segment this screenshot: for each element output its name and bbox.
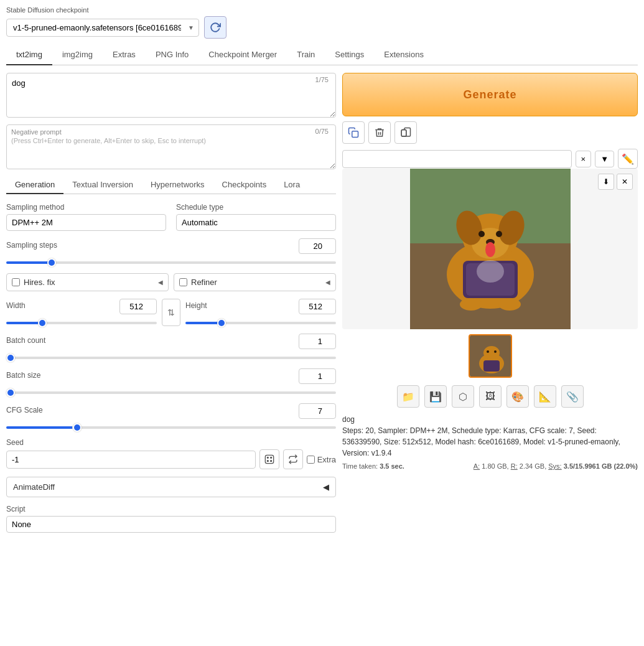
cfg-scale-slider[interactable] (6, 426, 336, 429)
animate-diff-label: AnimateDiff (13, 482, 55, 492)
close-image-button[interactable]: ✕ (617, 174, 633, 190)
tab-train[interactable]: Train (287, 45, 325, 65)
sampling-steps-input[interactable] (299, 238, 336, 254)
seed-dice-button[interactable] (259, 449, 279, 469)
zip-button[interactable]: 📎 (561, 385, 584, 408)
height-input[interactable] (299, 299, 336, 314)
send-to-inpaint-button[interactable]: 🎨 (506, 385, 529, 408)
script-label: Script (6, 505, 336, 513)
batch-size-label: Batch size (6, 371, 40, 380)
batch-count-input[interactable] (299, 334, 336, 349)
svg-rect-7 (401, 130, 406, 137)
output-timing: Time taken: 3.5 sec. (342, 462, 404, 470)
mem-label-sys: Sys: (548, 462, 561, 470)
mem-label-a: A: (474, 462, 480, 470)
clipboard-icon-button[interactable] (394, 121, 417, 144)
tab-checkpoint-merger[interactable]: Checkpoint Merger (198, 45, 287, 65)
seed-recycle-button[interactable] (283, 449, 303, 469)
svg-rect-30 (483, 360, 500, 372)
tab-settings[interactable]: Settings (325, 45, 374, 65)
svg-point-4 (270, 461, 271, 462)
svg-rect-0 (265, 455, 273, 463)
open-folder-button[interactable]: 📁 (397, 385, 419, 408)
schedule-type-select[interactable]: Automatic (176, 214, 336, 231)
interrogate-button[interactable]: 📐 (534, 385, 556, 408)
refiner-button[interactable]: Refiner ◀ (174, 273, 336, 291)
svg-point-27 (483, 346, 500, 360)
style-clear-button[interactable]: × (576, 151, 592, 167)
timing-label: Time taken: (342, 462, 378, 470)
output-image (410, 169, 571, 329)
output-memory: A: 1.80 GB, R: 2.34 GB, Sys: 3.5/15.9961… (474, 462, 638, 470)
negative-prompt-label: Negative prompt (11, 128, 206, 136)
hires-fix-button[interactable]: Hires. fix ◀ (6, 273, 169, 291)
style-dropdown-button[interactable]: ▼ (595, 151, 614, 167)
prompt-input[interactable]: dog (6, 73, 336, 118)
sub-tab-hypernetworks[interactable]: Hypernetworks (142, 176, 213, 194)
height-label: Height (185, 301, 207, 310)
checkpoint-select[interactable]: v1-5-pruned-emaonly.safetensors [6ce0161… (6, 19, 199, 37)
send-to-extras-button[interactable]: ⬡ (452, 385, 474, 408)
svg-point-24 (477, 260, 504, 283)
animate-diff-section[interactable]: AnimateDiff ◀ (6, 477, 336, 497)
svg-point-16 (478, 231, 485, 237)
tab-txt2img[interactable]: txt2img (6, 45, 52, 65)
negative-prompt-container: Negative prompt (Press Ctrl+Enter to gen… (6, 124, 336, 171)
svg-point-1 (267, 457, 268, 458)
svg-point-22 (460, 298, 482, 311)
trash-icon-button[interactable] (368, 121, 391, 144)
batch-size-slider[interactable] (6, 391, 336, 394)
height-slider[interactable] (185, 322, 336, 324)
image-action-buttons: ⬇ ✕ (598, 174, 633, 190)
sampling-method-select[interactable]: DPM++ 2M (6, 214, 166, 231)
sampling-steps-slider[interactable] (6, 261, 336, 264)
width-input[interactable] (119, 299, 157, 314)
svg-point-29 (494, 350, 497, 353)
sub-tab-lora[interactable]: Lora (275, 176, 309, 194)
hires-collapse-arrow: ◀ (158, 279, 163, 286)
batch-count-slider[interactable] (6, 357, 336, 359)
extra-checkbox[interactable] (307, 456, 315, 464)
animate-diff-arrow: ◀ (323, 482, 329, 492)
send-to-img2img-button[interactable]: 🖼 (479, 385, 502, 408)
svg-point-3 (267, 461, 268, 462)
checkpoint-label: Stable Diffusion checkpoint (6, 6, 638, 14)
tab-extras[interactable]: Extras (103, 45, 146, 65)
mem-value-r: 2.34 GB (520, 462, 544, 470)
tab-extensions[interactable]: Extensions (374, 45, 434, 65)
batch-size-input[interactable] (299, 368, 336, 384)
tab-img2img[interactable]: img2img (52, 45, 103, 65)
thumbnail-item[interactable] (469, 334, 512, 378)
sub-tab-textual-inversion[interactable]: Textual Inversion (63, 176, 142, 194)
style-edit-button[interactable]: ✏️ (618, 149, 638, 169)
width-slider[interactable] (6, 322, 157, 324)
mem-value-sys: 3.5/15.9961 GB (22.0%) (564, 462, 638, 470)
tab-png-info[interactable]: PNG Info (146, 45, 198, 65)
refresh-checkpoint-button[interactable] (204, 16, 226, 39)
thumbnail-row (342, 334, 638, 378)
refiner-checkbox[interactable] (179, 278, 187, 286)
seed-input[interactable] (6, 451, 256, 469)
script-select[interactable]: None (6, 516, 336, 533)
output-info: dog Steps: 20, Sampler: DPM++ 2M, Schedu… (342, 414, 638, 459)
output-tools: 📁 💾 ⬡ 🖼 🎨 📐 📎 (342, 385, 638, 408)
paste-icon-button[interactable] (342, 121, 365, 144)
generate-button[interactable]: Generate (342, 73, 638, 116)
svg-rect-5 (352, 131, 358, 138)
cfg-scale-input[interactable] (299, 403, 336, 419)
sub-tab-checkpoints[interactable]: Checkpoints (213, 176, 276, 194)
svg-point-19 (485, 242, 495, 257)
mem-label-r: R: (511, 462, 518, 470)
timing-value: 3.5 sec. (380, 462, 404, 470)
svg-point-2 (270, 457, 271, 458)
save-button[interactable]: 💾 (424, 385, 447, 408)
schedule-type-label: Schedule type (176, 203, 336, 212)
sub-tab-generation[interactable]: Generation (6, 176, 63, 194)
svg-point-17 (496, 231, 502, 237)
download-image-button[interactable]: ⬇ (598, 174, 614, 190)
style-input[interactable] (342, 150, 572, 168)
main-tabs: txt2img img2img Extras PNG Info Checkpoi… (6, 45, 638, 65)
mem-value-a: 1.80 GB (482, 462, 506, 470)
hires-fix-checkbox[interactable] (12, 278, 20, 286)
swap-dimensions-button[interactable]: ⇅ (162, 299, 180, 326)
